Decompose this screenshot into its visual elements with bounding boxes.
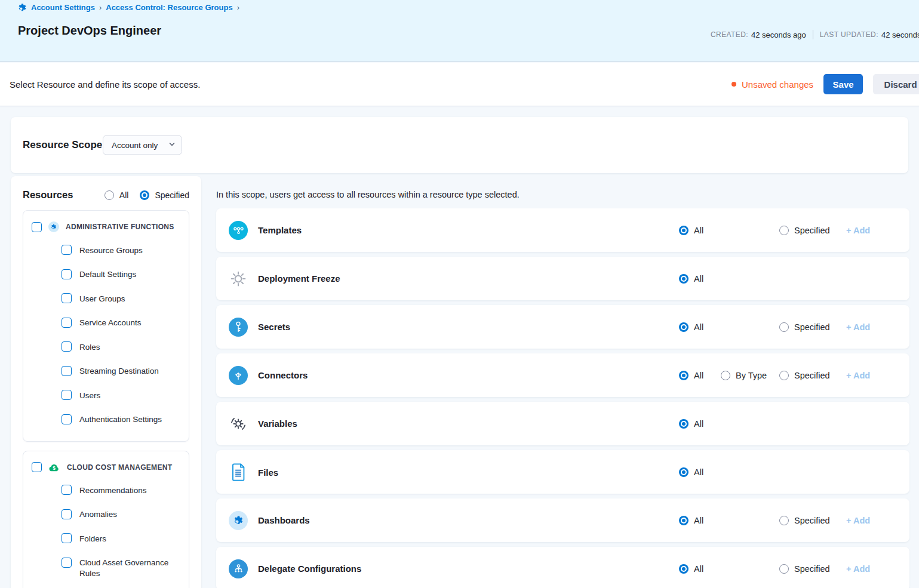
option-all-templates[interactable]: All [679, 226, 721, 235]
resources-title: Resources [23, 189, 73, 201]
resource-scope-label: Resource Scope [23, 139, 102, 151]
item-checkbox-resource-groups[interactable] [62, 245, 72, 255]
option-all-delegate-configurations[interactable]: All [679, 564, 721, 574]
radio-specified-label: Specified [155, 190, 189, 200]
item-checkbox-folders[interactable] [62, 533, 72, 543]
breadcrumb-account-settings[interactable]: Account Settings [31, 3, 95, 12]
item-checkbox-user-groups[interactable] [62, 293, 72, 303]
item-label: Anomalies [79, 509, 117, 521]
group-checkbox-cloud-cost-management[interactable] [32, 462, 42, 472]
resource-row-deployment-freeze: Deployment Freeze All [216, 257, 909, 300]
resource-type-label: Connectors [258, 370, 308, 380]
option-label: Specified [794, 516, 830, 525]
option-specified-dashboards[interactable]: Specified [779, 516, 846, 525]
row-identity: Deployment Freeze [228, 270, 340, 288]
item-checkbox-authentication-settings[interactable] [62, 414, 72, 424]
created-label: CREATED: [711, 30, 748, 39]
item-checkbox-anomalies[interactable] [62, 509, 72, 519]
variables-icon [228, 415, 248, 433]
radio-on-icon [679, 322, 689, 332]
row-identity: Templates [228, 221, 302, 240]
templates-icon [228, 221, 248, 240]
option-all-deployment-freeze[interactable]: All [679, 274, 721, 284]
resource-item-anomalies: Anomalies [32, 503, 180, 527]
option-label: Specified [794, 371, 830, 380]
row-options: All Specified + Add [679, 498, 888, 542]
resources-sidebar: Resources All Specified ADMINISTRATIVE F… [11, 176, 201, 588]
row-options: All By Type Specified + Add [679, 353, 888, 397]
resource-types-panel: In this scope, users get access to all r… [216, 176, 909, 588]
breadcrumb: Account Settings › Access Control: Resou… [18, 3, 239, 12]
option-all-connectors[interactable]: All [679, 371, 721, 380]
add-button-connectors[interactable]: + Add [846, 371, 888, 380]
page: Account Settings › Access Control: Resou… [0, 0, 919, 588]
row-options: All Specified + Add [679, 208, 888, 252]
option-specified-secrets[interactable]: Specified [779, 322, 846, 332]
resource-item-service-accounts: Service Accounts [32, 311, 180, 335]
group-checkbox-administrative-functions[interactable] [32, 222, 42, 232]
option-all-files[interactable]: All [679, 467, 721, 477]
resources-radio-all[interactable]: All [104, 190, 129, 200]
svg-text:$: $ [53, 465, 56, 471]
action-toolbar: Select Resource and define its scope of … [0, 63, 919, 106]
option-label: By Type [736, 371, 767, 380]
group-label: CLOUD COST MANAGEMENT [67, 463, 172, 472]
item-label: Cloud Asset Governance Rules [79, 558, 180, 580]
row-options: All [679, 450, 888, 494]
radio-off-icon [779, 322, 789, 332]
save-button[interactable]: Save [823, 74, 863, 94]
resource-item-recommendations: Recommendations [32, 478, 180, 503]
resource-item-users: Users [32, 383, 180, 408]
item-checkbox-streaming-destination[interactable] [62, 366, 72, 376]
created-value: 42 seconds ago [751, 30, 806, 39]
option-specified-delegate-configurations[interactable]: Specified [779, 564, 846, 574]
option-label: Specified [794, 226, 830, 235]
option-all-dashboards[interactable]: All [679, 516, 721, 525]
resource-type-label: Files [258, 467, 278, 477]
add-button-templates[interactable]: + Add [846, 226, 888, 235]
row-options: All Specified + Add [679, 305, 888, 349]
resource-scope-dropdown[interactable]: Account only [103, 136, 182, 155]
item-checkbox-cloud-asset-governance-rules[interactable] [62, 558, 72, 568]
radio-off-icon [779, 371, 789, 380]
option-specified-templates[interactable]: Specified [779, 226, 846, 235]
option-all-variables[interactable]: All [679, 419, 721, 429]
resource-row-files: Files All [216, 450, 909, 494]
last-updated-value: 42 seconds ago [881, 30, 919, 39]
row-identity: Files [228, 463, 278, 481]
resources-radio-specified[interactable]: Specified [140, 190, 189, 200]
item-checkbox-roles[interactable] [62, 341, 72, 352]
item-checkbox-recommendations[interactable] [62, 485, 72, 495]
resources-scope-radios: All Specified [104, 190, 189, 200]
row-options: All [679, 257, 888, 300]
secrets-icon [228, 318, 248, 337]
item-label: Resource Groups [79, 245, 143, 256]
resource-type-label: Delegate Configurations [258, 564, 361, 574]
item-checkbox-users[interactable] [62, 390, 72, 400]
chevron-down-icon [168, 141, 176, 150]
add-button-secrets[interactable]: + Add [846, 322, 888, 332]
add-button-dashboards[interactable]: + Add [846, 516, 888, 525]
unsaved-changes-indicator: Unsaved changes [731, 79, 813, 90]
resource-scope-card: Resource Scope Account only [11, 117, 908, 173]
item-checkbox-service-accounts[interactable] [62, 318, 72, 328]
row-identity: Delegate Configurations [228, 559, 361, 578]
resource-item-cloud-asset-governance-rules: Cloud Asset Governance Rules [32, 551, 180, 586]
radio-on-icon [679, 467, 689, 477]
radio-off-icon [779, 226, 789, 235]
discard-button[interactable]: Discard [873, 74, 919, 94]
option-by-type-connectors[interactable]: By Type [721, 371, 779, 380]
item-checkbox-default-settings[interactable] [62, 269, 72, 279]
radio-on-icon [679, 516, 689, 525]
option-all-secrets[interactable]: All [679, 322, 721, 332]
breadcrumb-separator: › [237, 3, 239, 12]
option-label: All [694, 371, 703, 380]
resource-item-resource-groups: Resource Groups [32, 238, 180, 263]
item-label: Folders [79, 533, 106, 544]
resource-item-roles: Roles [32, 335, 180, 359]
add-button-delegate-configurations[interactable]: + Add [846, 564, 888, 574]
row-options: All Specified + Add [679, 547, 888, 588]
option-label: All [694, 516, 703, 525]
breadcrumb-access-control[interactable]: Access Control: Resource Groups [106, 3, 232, 12]
option-specified-connectors[interactable]: Specified [779, 371, 846, 380]
